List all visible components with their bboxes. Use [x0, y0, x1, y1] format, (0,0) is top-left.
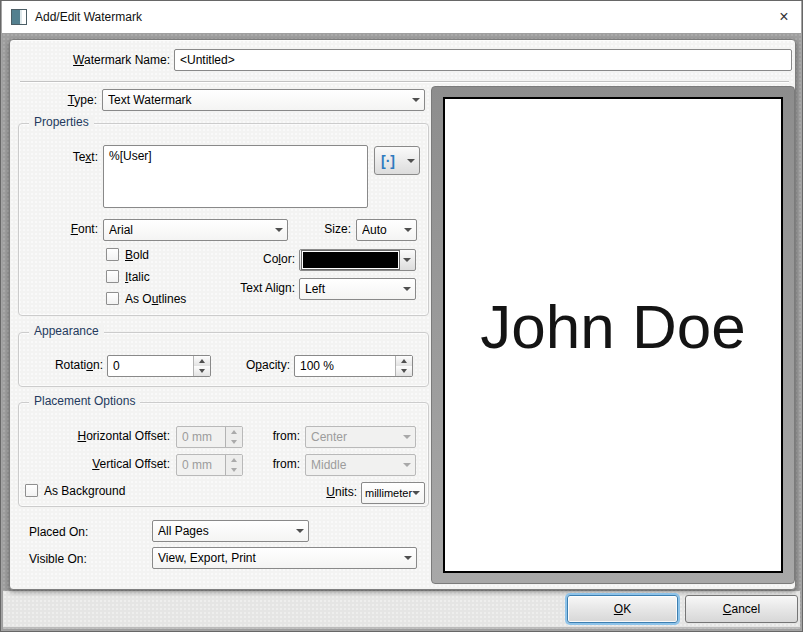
opacity-label: Opacity:	[199, 358, 290, 373]
placed-on-dropdown[interactable]: All Pages	[152, 520, 309, 542]
arrow-up-icon	[231, 458, 237, 462]
preview-watermark-text: John Doe	[445, 290, 781, 361]
placed-on-label: Placed On:	[29, 525, 88, 540]
as-background-checkbox[interactable]	[25, 484, 38, 497]
spin-down-button	[226, 465, 242, 475]
placement-options-group: Placement Options Horizontal Offset: 0 m…	[18, 402, 429, 507]
vertical-offset-label: Vertical Offset:	[19, 457, 170, 472]
rotation-label: Rotation:	[19, 358, 103, 373]
dialog-title: Add/Edit Watermark	[35, 10, 142, 24]
color-label: Color:	[199, 252, 295, 267]
as-outlines-checkbox[interactable]	[106, 292, 119, 305]
as-outlines-label: As Outlines	[125, 292, 186, 307]
text-label: Text:	[19, 150, 98, 165]
watermark-name-input[interactable]	[174, 49, 792, 71]
horizontal-offset-spinner: 0 mm	[176, 426, 243, 448]
font-dropdown[interactable]: Arial	[103, 219, 288, 241]
chevron-down-icon	[412, 98, 420, 102]
properties-group-title: Properties	[29, 115, 94, 129]
chevron-down-icon	[296, 529, 304, 533]
spin-up-button	[226, 455, 242, 465]
title-bar: Add/Edit Watermark ×	[2, 1, 801, 33]
chevron-down-icon	[403, 258, 411, 262]
insert-macro-button[interactable]: [·]	[374, 146, 420, 175]
text-align-dropdown[interactable]: Left	[299, 278, 416, 300]
add-edit-watermark-dialog: Add/Edit Watermark × Watermark Name: Typ…	[0, 0, 803, 632]
as-background-label: As Background	[44, 484, 125, 499]
rotation-spinner[interactable]: 0	[107, 355, 211, 377]
vertical-from-dropdown: Middle	[305, 454, 416, 476]
size-dropdown[interactable]: Auto	[356, 219, 417, 241]
type-label: Type:	[10, 93, 97, 108]
watermark-name-label: Watermark Name:	[10, 53, 170, 68]
chevron-down-icon	[403, 435, 411, 439]
chevron-down-icon	[412, 491, 420, 495]
font-label: Font:	[19, 222, 98, 237]
chevron-down-icon	[404, 556, 412, 560]
watermark-app-icon	[11, 9, 27, 25]
ok-button[interactable]: OK	[567, 595, 678, 623]
bold-checkbox[interactable]	[106, 248, 119, 261]
macro-brackets-icon: [·]	[381, 154, 407, 168]
close-button[interactable]: ×	[767, 1, 801, 33]
units-label: Units:	[289, 485, 357, 500]
arrow-down-icon	[231, 468, 237, 472]
arrow-up-icon	[231, 430, 237, 434]
cancel-button[interactable]: Cancel	[685, 595, 798, 623]
color-dropdown[interactable]	[299, 249, 416, 271]
button-row-background	[3, 591, 800, 629]
horizontal-from-label: from:	[250, 429, 300, 444]
arrow-down-icon	[401, 369, 407, 373]
arrow-down-icon	[231, 440, 237, 444]
arrow-up-icon	[401, 359, 407, 363]
horizontal-offset-label: Horizontal Offset:	[19, 429, 170, 444]
vertical-offset-spinner: 0 mm	[176, 454, 243, 476]
visible-on-dropdown[interactable]: View, Export, Print	[152, 547, 417, 569]
horizontal-from-dropdown: Center	[305, 426, 416, 448]
appearance-group-title: Appearance	[29, 324, 104, 338]
units-dropdown[interactable]: millimeter	[361, 482, 425, 504]
preview-page: John Doe	[443, 97, 783, 573]
spin-down-button[interactable]	[396, 366, 412, 376]
chevron-down-icon	[404, 228, 412, 232]
spin-up-button	[226, 427, 242, 437]
opacity-spinner[interactable]: 100 %	[294, 355, 413, 377]
main-form-panel: Watermark Name: Type: Text Watermark Joh…	[9, 39, 796, 590]
bold-label: Bold	[125, 248, 149, 263]
type-dropdown[interactable]: Text Watermark	[102, 89, 425, 111]
appearance-group: Appearance Rotation: 0 Opacity: 100 %	[18, 332, 429, 387]
watermark-preview: John Doe	[431, 86, 795, 584]
size-label: Size:	[274, 222, 351, 237]
chevron-down-icon	[407, 159, 415, 163]
chevron-down-icon	[403, 287, 411, 291]
italic-checkbox[interactable]	[106, 270, 119, 283]
spin-down-button	[226, 437, 242, 447]
italic-label: Italic	[125, 270, 150, 285]
watermark-text-input[interactable]: %[User]	[103, 145, 368, 208]
vertical-from-label: from:	[250, 457, 300, 472]
name-row-separator	[20, 81, 789, 83]
spin-up-button[interactable]	[396, 356, 412, 366]
properties-group: Properties Text: %[User] [·] Font: Arial…	[18, 123, 429, 316]
placement-options-group-title: Placement Options	[29, 394, 140, 408]
visible-on-label: Visible On:	[29, 552, 87, 567]
color-swatch	[302, 251, 399, 269]
close-icon: ×	[779, 8, 788, 26]
text-align-label: Text Align:	[199, 281, 295, 296]
chevron-down-icon	[403, 463, 411, 467]
